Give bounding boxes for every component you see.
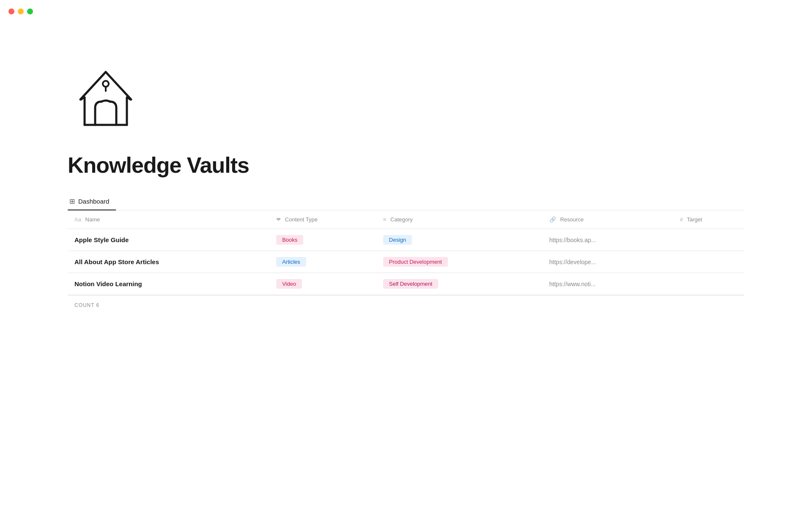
maximize-button[interactable] — [27, 8, 33, 14]
header-name: Aa Name — [68, 210, 269, 229]
cell-resource-1: https://develope... — [543, 251, 673, 273]
page-title: Knowledge Vaults — [68, 152, 744, 178]
table-row[interactable]: Apple Style Guide Books Design https://b… — [68, 229, 744, 251]
tabs-container: ⊞ Dashboard — [68, 193, 744, 210]
cell-content-type-2: Video — [269, 273, 376, 295]
content-type-header-icon: ❤ — [276, 216, 281, 223]
resource-header-icon: 🔗 — [549, 216, 556, 223]
page-icon — [68, 59, 144, 135]
close-button[interactable] — [8, 8, 14, 14]
content-type-badge-2: Video — [276, 279, 302, 289]
cell-category-1: Product Development — [376, 251, 543, 273]
cell-target-0 — [673, 229, 744, 251]
cell-name-2: Notion Video Learning — [68, 273, 269, 295]
table-row[interactable]: All About App Store Articles Articles Pr… — [68, 251, 744, 273]
category-badge-2: Self Development — [383, 279, 439, 289]
header-resource: 🔗 Resource — [543, 210, 673, 229]
count-value: 6 — [96, 302, 100, 308]
content-type-badge-0: Books — [276, 235, 303, 245]
cell-name-0: Apple Style Guide — [68, 229, 269, 251]
cell-content-type-1: Articles — [269, 251, 376, 273]
cell-category-0: Design — [376, 229, 543, 251]
count-label: COUNT — [74, 302, 94, 308]
table-row[interactable]: Notion Video Learning Video Self Develop… — [68, 273, 744, 295]
main-content: Knowledge Vaults ⊞ Dashboard Aa Name ❤ C… — [0, 0, 812, 349]
target-header-icon: # — [680, 216, 683, 223]
cell-name-1: All About App Store Articles — [68, 251, 269, 273]
name-header-icon: Aa — [74, 216, 81, 223]
cell-resource-0: https://books.ap... — [543, 229, 673, 251]
traffic-lights — [8, 8, 33, 14]
category-badge-1: Product Development — [383, 257, 448, 267]
dashboard-tab-icon: ⊞ — [69, 197, 75, 205]
cell-resource-2: https://www.noti... — [543, 273, 673, 295]
tab-dashboard[interactable]: ⊞ Dashboard — [68, 193, 116, 210]
minimize-button[interactable] — [18, 8, 24, 14]
cell-target-2 — [673, 273, 744, 295]
header-target: # Target — [673, 210, 744, 229]
count-footer: COUNT 6 — [68, 295, 744, 315]
cell-target-1 — [673, 251, 744, 273]
content-type-badge-1: Articles — [276, 257, 306, 267]
category-header-icon: ≡ — [383, 216, 387, 223]
header-category: ≡ Category — [376, 210, 543, 229]
header-content-type: ❤ Content Type — [269, 210, 376, 229]
table-header: Aa Name ❤ Content Type ≡ Category 🔗 Reso… — [68, 210, 744, 229]
category-badge-0: Design — [383, 235, 412, 245]
cell-content-type-0: Books — [269, 229, 376, 251]
svg-point-0 — [103, 81, 109, 87]
cell-category-2: Self Development — [376, 273, 543, 295]
tab-dashboard-label: Dashboard — [78, 198, 109, 205]
data-table: Aa Name ❤ Content Type ≡ Category 🔗 Reso… — [68, 210, 744, 295]
